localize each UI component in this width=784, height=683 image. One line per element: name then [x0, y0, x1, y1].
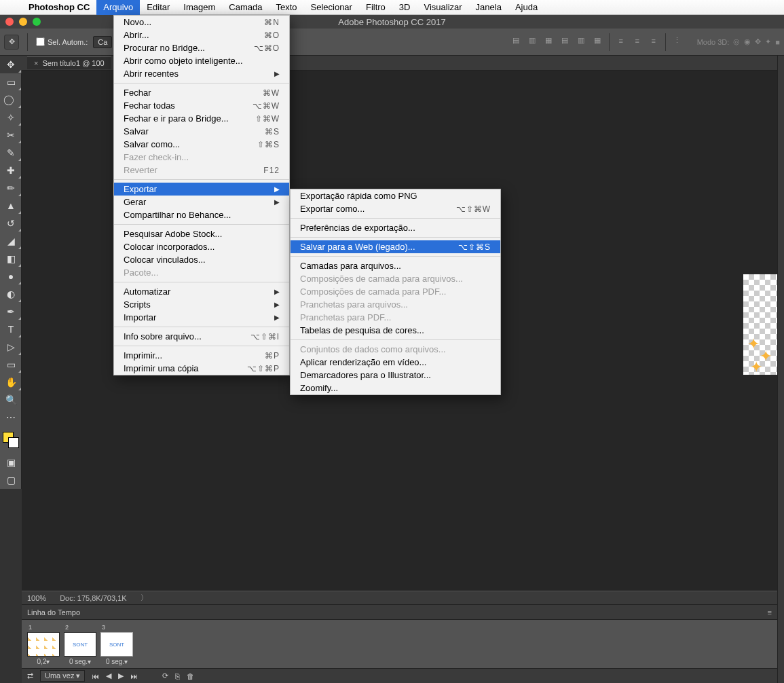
exportar-item[interactable]: Exportar como...⌥⇧⌘W [291, 202, 500, 215]
next-frame-button[interactable]: ⏭ [130, 672, 138, 680]
timeline-frame[interactable]: 2SONT0 seg.▾ [64, 624, 96, 665]
loop-dropdown[interactable]: Uma vez ▾ [40, 670, 85, 682]
align-left-icon[interactable]: ▤ [508, 33, 523, 48]
healing-tool[interactable]: ✚ [0, 162, 22, 179]
menubar-item-3d[interactable]: 3D [392, 0, 417, 15]
type-tool[interactable]: T [0, 320, 22, 338]
exportar-item[interactable]: Camadas para arquivos... [291, 259, 500, 272]
align-bottom-icon[interactable]: ▦ [590, 33, 605, 48]
auto-select-checkbox[interactable]: Sel. Autom.: [36, 37, 88, 46]
foreground-background-colors[interactable] [0, 430, 21, 454]
menubar-item-janela[interactable]: Janela [469, 0, 508, 15]
play-button[interactable]: ▶ [118, 671, 124, 680]
align-center-h-icon[interactable]: ▥ [525, 33, 540, 48]
timeline-frame[interactable]: 3SONT0 seg.▾ [100, 624, 133, 665]
arquivo-item[interactable]: Importar▶ [114, 311, 289, 324]
pen-tool[interactable]: ✒ [0, 303, 22, 320]
distribute-3-icon[interactable]: ≡ [646, 33, 661, 48]
lasso-tool[interactable]: ⃝ [0, 91, 22, 109]
history-brush-tool[interactable]: ↺ [0, 215, 22, 232]
arquivo-item[interactable]: Scripts▶ [114, 298, 289, 311]
auto-select-input[interactable] [36, 37, 45, 46]
arquivo-item[interactable]: Pesquisar Adobe Stock... [114, 227, 289, 240]
arquivo-item[interactable]: Imprimir...⌘P [114, 349, 289, 362]
3d-camera-icon[interactable]: ■ [775, 38, 780, 46]
distribute-1-icon[interactable]: ≡ [614, 33, 629, 48]
menubar-item-editar[interactable]: Editar [140, 0, 176, 15]
window-minimize-button[interactable] [19, 18, 27, 26]
menubar-item-filtro[interactable]: Filtro [359, 0, 392, 15]
hand-tool[interactable]: ✋ [0, 373, 22, 391]
menubar-item-camada[interactable]: Camada [222, 0, 269, 15]
duplicate-frame-button[interactable]: ⎘ [175, 672, 180, 680]
timeline-frame[interactable]: 10,2▾ [27, 624, 60, 665]
frame-duration[interactable]: 0,2▾ [37, 658, 50, 665]
auto-select-dropdown[interactable]: Ca [93, 36, 112, 48]
3d-orbit-icon[interactable]: ◎ [733, 37, 740, 46]
arquivo-item[interactable]: Compartilhar no Behance... [114, 208, 289, 221]
shape-tool[interactable]: ▭ [0, 356, 22, 373]
arquivo-item[interactable]: Gerar▶ [114, 196, 289, 208]
distribute-4-icon[interactable]: ⋮ [670, 33, 685, 48]
arquivo-item[interactable]: Colocar vinculados... [114, 253, 289, 266]
right-panel-collapsed[interactable] [777, 56, 784, 683]
arquivo-item[interactable]: Info sobre arquivo...⌥⇧⌘I [114, 330, 289, 343]
exportar-item[interactable]: Zoomify... [291, 382, 500, 394]
move-tool[interactable]: ✥ [0, 56, 22, 73]
delete-frame-button[interactable]: 🗑 [187, 672, 194, 680]
arquivo-item[interactable]: Colocar incorporados... [114, 240, 289, 253]
quick-mask-toggle[interactable]: ▣ [0, 454, 22, 471]
frame-duration[interactable]: 0 seg.▾ [106, 658, 128, 665]
window-maximize-button[interactable] [33, 18, 41, 26]
arquivo-item[interactable]: Abrir...⌘O [114, 29, 289, 41]
edit-toolbar[interactable]: ⋯ [0, 409, 22, 426]
3d-roll-icon[interactable]: ◉ [744, 37, 751, 46]
document-tab[interactable]: × Sem título1 @ 100 [27, 56, 111, 69]
arquivo-item[interactable]: Abrir como objeto inteligente... [114, 54, 289, 67]
arquivo-item[interactable]: Salvar⌘S [114, 125, 289, 138]
move-tool-preset-icon[interactable]: ✥ [4, 35, 19, 50]
menubar-item-imagem[interactable]: Imagem [176, 0, 222, 15]
arquivo-item[interactable]: Exportar▶ [114, 183, 289, 196]
arquivo-item[interactable]: Fechar todas⌥⌘W [114, 99, 289, 112]
window-close-button[interactable] [5, 18, 14, 26]
arquivo-item[interactable]: Salvar como...⇧⌘S [114, 138, 289, 151]
arquivo-item[interactable]: Automatizar▶ [114, 285, 289, 298]
marquee-tool[interactable]: ▭ [0, 73, 22, 91]
eraser-tool[interactable]: ◢ [0, 232, 22, 250]
zoom-level[interactable]: 100% [27, 594, 46, 602]
exportar-item[interactable]: Salvar para a Web (legado)...⌥⇧⌘S [291, 240, 500, 253]
gradient-tool[interactable]: ◧ [0, 250, 22, 267]
dodge-tool[interactable]: ◐ [0, 285, 22, 303]
document-size[interactable]: Doc: 175,8K/703,1K [60, 594, 126, 602]
arquivo-item[interactable]: Procurar no Bridge...⌥⌘O [114, 41, 289, 54]
blur-tool[interactable]: ● [0, 267, 22, 285]
magic-wand-tool[interactable]: ✧ [0, 109, 22, 126]
panel-menu-icon[interactable]: ≡ [768, 608, 772, 616]
convert-timeline-icon[interactable]: ⇄ [27, 671, 33, 680]
align-top-icon[interactable]: ▤ [557, 33, 572, 48]
menubar-item-arquivo[interactable]: Arquivo [96, 0, 140, 15]
3d-slide-icon[interactable]: ✦ [765, 37, 771, 46]
zoom-tool[interactable]: 🔍 [0, 391, 22, 409]
exportar-item[interactable]: Exportação rápida como PNG [291, 189, 500, 202]
clone-tool[interactable]: ▲ [0, 197, 22, 215]
arquivo-item[interactable]: Imprimir uma cópia⌥⇧⌘P [114, 362, 289, 375]
app-name[interactable]: Photoshop CC [22, 2, 96, 12]
exportar-item[interactable]: Preferências de exportação... [291, 221, 500, 234]
status-arrow-icon[interactable]: 〉 [141, 593, 148, 603]
brush-tool[interactable]: ✏ [0, 179, 22, 197]
exportar-item[interactable]: Aplicar renderização em vídeo... [291, 356, 500, 369]
background-color[interactable] [8, 437, 19, 448]
screen-mode-toggle[interactable]: ▢ [0, 471, 22, 489]
path-select-tool[interactable]: ▷ [0, 338, 22, 356]
align-middle-icon[interactable]: ▥ [574, 33, 589, 48]
prev-frame-button[interactable]: ◀ [106, 671, 111, 680]
3d-pan-icon[interactable]: ✥ [755, 37, 761, 46]
crop-tool[interactable]: ✂ [0, 126, 22, 144]
align-right-icon[interactable]: ▦ [541, 33, 556, 48]
tween-button[interactable]: ⟳ [162, 671, 168, 680]
exportar-item[interactable]: Demarcadores para o Illustrator... [291, 369, 500, 382]
exportar-item[interactable]: Tabelas de pesquisa de cores... [291, 324, 500, 337]
menubar-item-ajuda[interactable]: Ajuda [508, 0, 544, 15]
